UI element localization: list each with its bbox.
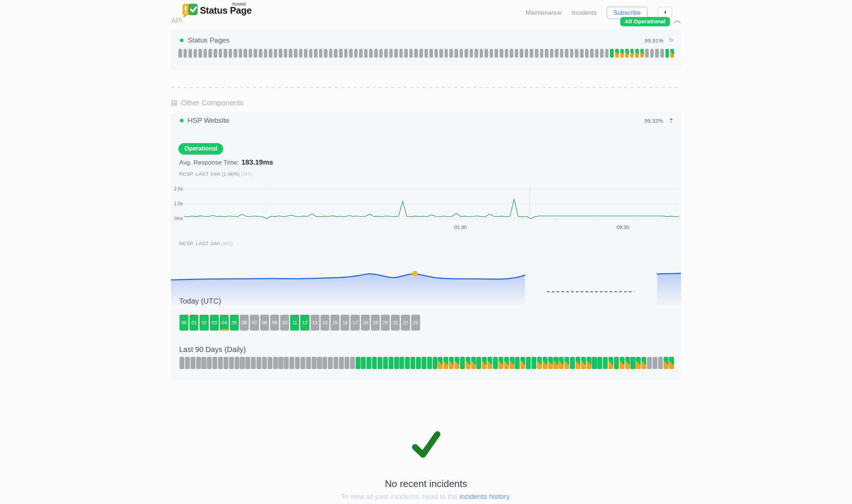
uptime-bar[interactable] [480,49,483,58]
uptime-bar[interactable] [620,357,624,369]
uptime-bar[interactable] [490,49,493,58]
uptime-bar[interactable] [384,49,388,58]
uptime-bar[interactable] [374,49,378,58]
uptime-bar[interactable] [322,357,327,369]
uptime-bar[interactable] [204,49,207,58]
uptime-bar[interactable] [294,49,298,58]
uptime-bar[interactable] [597,357,602,369]
uptime-bar[interactable] [333,357,338,369]
uptime-bar[interactable] [445,49,448,58]
uptime-bar[interactable] [224,357,228,369]
uptime-bar[interactable] [317,357,322,369]
uptime-bar[interactable] [525,49,529,58]
uptime-bar[interactable] [665,49,669,58]
uptime-bar[interactable] [185,357,190,369]
uptime-bar[interactable] [339,49,343,58]
uptime-bar[interactable] [580,49,584,58]
uptime-bar[interactable] [196,357,201,369]
uptime-bar[interactable] [429,49,433,58]
uptime-bar[interactable] [409,49,413,58]
uptime-bar[interactable] [658,357,663,369]
collapse-chevron-icon[interactable] [674,18,681,25]
uptime-bar[interactable] [259,49,262,58]
uptime-bar[interactable] [494,49,498,58]
uptime-bar[interactable] [647,357,652,369]
uptime-bar[interactable] [530,49,533,58]
uptime-bar[interactable] [464,49,468,58]
uptime-bar[interactable] [328,357,333,369]
uptime-bar[interactable] [344,49,348,58]
hour-block-09[interactable]: 09 [270,315,279,331]
uptime-bar[interactable] [608,357,613,369]
uptime-bar[interactable] [460,357,465,369]
uptime-bar[interactable] [359,49,363,58]
uptime-bar[interactable] [369,49,373,58]
uptime-bar[interactable] [570,357,575,369]
uptime-bar[interactable] [309,49,313,58]
uptime-bar[interactable] [399,49,403,58]
uptime-bar[interactable] [239,49,242,58]
uptime-bar[interactable] [476,357,481,369]
uptime-bar[interactable] [278,357,283,369]
uptime-bar[interactable] [630,357,635,369]
hour-block-03[interactable]: 03 [210,315,219,331]
uptime-bar[interactable] [389,49,393,58]
uptime-bar[interactable] [405,357,410,369]
uptime-bar[interactable] [526,357,531,369]
uptime-bar[interactable] [399,357,404,369]
uptime-bar[interactable] [466,357,470,369]
uptime-bar[interactable] [354,49,358,58]
uptime-bar[interactable] [520,357,525,369]
uptime-bar[interactable] [515,357,520,369]
uptime-bar[interactable] [570,49,574,58]
uptime-bar[interactable] [535,49,539,58]
uptime-bar[interactable] [251,357,256,369]
hour-block-18[interactable]: 18 [361,315,370,331]
uptime-bar[interactable] [219,49,222,58]
uptime-bar[interactable] [268,357,272,369]
uptime-bar[interactable] [505,49,509,58]
uptime-bar[interactable] [560,49,564,58]
hour-block-00[interactable]: 00 [180,315,188,331]
uptime-bar[interactable] [640,49,644,58]
uptime-bar[interactable] [565,49,568,58]
uptime-bar[interactable] [499,357,503,369]
uptime-bar[interactable] [180,357,184,369]
uptime-bar[interactable] [510,357,514,369]
uptime-bar[interactable] [304,49,308,58]
uptime-bar[interactable] [289,357,294,369]
hour-block-21[interactable]: 21 [391,315,400,331]
uptime-bar[interactable] [603,357,608,369]
uptime-bar[interactable] [600,49,604,58]
hour-block-20[interactable]: 20 [381,315,390,331]
uptime-bar[interactable] [520,49,523,58]
uptime-bar[interactable] [240,357,245,369]
uptime-bar[interactable] [592,357,597,369]
hour-block-13[interactable]: 13 [311,315,319,331]
hour-block-10[interactable]: 10 [280,315,289,331]
uptime-bar[interactable] [269,49,272,58]
hour-block-17[interactable]: 17 [350,315,359,331]
uptime-bar[interactable] [615,49,619,58]
uptime-bar[interactable] [198,49,202,58]
uptime-bar[interactable] [394,49,398,58]
uptime-bar[interactable] [614,357,619,369]
hour-block-12[interactable]: 12 [300,315,309,331]
uptime-bar[interactable] [438,357,443,369]
uptime-bar[interactable] [178,49,182,58]
uptime-bar[interactable] [439,49,443,58]
uptime-bar[interactable] [184,49,187,58]
nav-incidents[interactable]: Incidents [571,9,597,17]
hour-block-05[interactable]: 05 [230,315,239,331]
uptime-bar[interactable] [664,357,668,369]
uptime-bar[interactable] [349,49,353,58]
uptime-bar[interactable] [188,49,192,58]
uptime-bar[interactable] [585,49,589,58]
uptime-bar[interactable] [235,357,239,369]
uptime-bar[interactable] [356,357,360,369]
uptime-bar[interactable] [301,357,305,369]
uptime-bar[interactable] [212,357,217,369]
uptime-bar[interactable] [433,357,437,369]
uptime-bar[interactable] [214,49,217,58]
uptime-bar[interactable] [635,49,639,58]
